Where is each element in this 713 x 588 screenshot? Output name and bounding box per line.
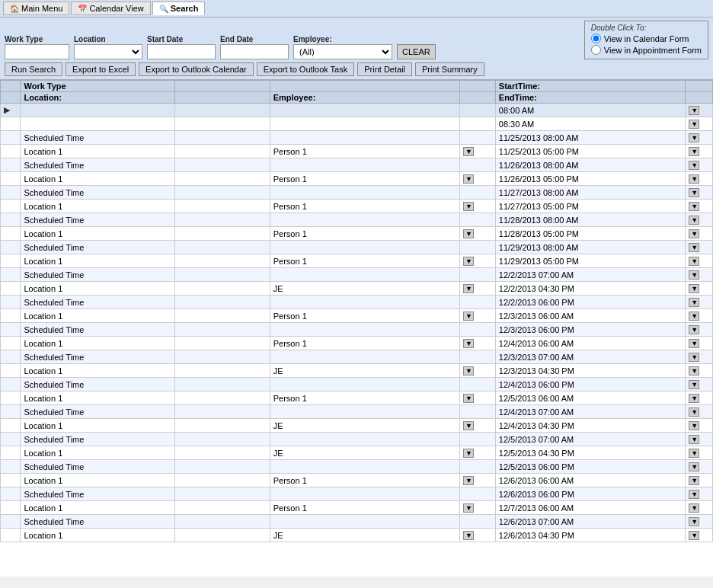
employee-dropdown-arrow[interactable]: ▼ [463, 339, 474, 348]
col4-dropdown[interactable]: ▼ [460, 282, 496, 296]
employee-dropdown-arrow[interactable]: ▼ [463, 202, 474, 211]
print-detail-button[interactable]: Print Detail [357, 62, 412, 76]
tab-search[interactable]: 🔍 Search [152, 2, 206, 15]
col4-dropdown[interactable]: ▼ [460, 474, 496, 487]
col4-dropdown[interactable]: ▼ [460, 529, 496, 542]
time-dropdown-arrow[interactable]: ▼ [689, 339, 699, 348]
time-dropdown-arrow-cell[interactable]: ▼ [686, 350, 713, 364]
employee-dropdown-arrow[interactable]: ▼ [463, 531, 474, 540]
work-type-input[interactable] [5, 44, 69, 59]
end-date-input[interactable] [220, 44, 289, 59]
employee-dropdown-arrow[interactable]: ▼ [463, 503, 474, 513]
employee-dropdown-arrow[interactable]: ▼ [463, 394, 474, 403]
time-dropdown-arrow-cell[interactable]: ▼ [686, 501, 713, 515]
time-dropdown-arrow[interactable]: ▼ [689, 435, 699, 444]
col4-dropdown[interactable]: ▼ [460, 364, 496, 378]
time-dropdown-arrow-cell[interactable]: ▼ [686, 213, 713, 227]
radio-appointment[interactable] [591, 45, 601, 55]
time-dropdown-arrow-cell[interactable]: ▼ [686, 186, 713, 200]
time-dropdown-arrow[interactable]: ▼ [689, 120, 699, 129]
time-dropdown-arrow-cell[interactable]: ▼ [686, 364, 713, 378]
time-dropdown-arrow-cell[interactable]: ▼ [686, 529, 713, 542]
employee-dropdown-arrow[interactable]: ▼ [463, 366, 474, 375]
time-dropdown-arrow-cell[interactable]: ▼ [686, 172, 713, 186]
time-dropdown-arrow[interactable]: ▼ [689, 517, 699, 526]
col4-dropdown[interactable]: ▼ [460, 391, 496, 405]
time-dropdown-arrow-cell[interactable]: ▼ [686, 104, 713, 117]
col4-dropdown[interactable]: ▼ [460, 501, 496, 515]
time-dropdown-arrow[interactable]: ▼ [689, 161, 699, 170]
clear-button[interactable]: CLEAR [397, 44, 436, 59]
time-dropdown-arrow-cell[interactable]: ▼ [686, 391, 713, 405]
time-dropdown-arrow[interactable]: ▼ [689, 421, 699, 430]
export-outlook-cal-button[interactable]: Export to Outlook Calendar [139, 62, 254, 76]
time-dropdown-arrow-cell[interactable]: ▼ [686, 282, 713, 296]
col4-dropdown[interactable]: ▼ [460, 227, 496, 241]
time-dropdown-arrow[interactable]: ▼ [689, 407, 699, 417]
employee-dropdown-arrow[interactable]: ▼ [463, 174, 474, 184]
time-dropdown-arrow-cell[interactable]: ▼ [686, 309, 713, 323]
employee-dropdown-arrow[interactable]: ▼ [463, 284, 474, 293]
radio-calendar-row[interactable]: View in Calendar Form [591, 34, 702, 43]
tab-main-menu[interactable]: 🏠 Main Menu [3, 2, 69, 15]
time-dropdown-arrow-cell[interactable]: ▼ [686, 474, 713, 487]
tab-calendar-view[interactable]: 📅 Calendar View [71, 2, 150, 15]
export-excel-button[interactable]: Export to Excel [66, 62, 136, 76]
time-dropdown-arrow-cell[interactable]: ▼ [686, 323, 713, 337]
run-search-button[interactable]: Run Search [5, 62, 62, 76]
time-dropdown-arrow[interactable]: ▼ [689, 147, 699, 156]
time-dropdown-arrow-cell[interactable]: ▼ [686, 460, 713, 474]
time-dropdown-arrow[interactable]: ▼ [689, 380, 699, 389]
time-dropdown-arrow-cell[interactable]: ▼ [686, 241, 713, 254]
time-dropdown-arrow-cell[interactable]: ▼ [686, 419, 713, 433]
col4-dropdown[interactable]: ▼ [460, 419, 496, 433]
time-dropdown-arrow[interactable]: ▼ [689, 202, 699, 211]
time-dropdown-arrow[interactable]: ▼ [689, 243, 699, 252]
location-select[interactable] [74, 44, 142, 59]
time-dropdown-arrow-cell[interactable]: ▼ [686, 446, 713, 460]
time-dropdown-arrow[interactable]: ▼ [689, 106, 699, 115]
employee-dropdown-arrow[interactable]: ▼ [463, 312, 474, 321]
employee-select[interactable]: (All) [293, 44, 392, 59]
time-dropdown-arrow[interactable]: ▼ [689, 298, 699, 307]
time-dropdown-arrow[interactable]: ▼ [689, 188, 699, 197]
time-dropdown-arrow[interactable]: ▼ [689, 366, 699, 375]
time-dropdown-arrow[interactable]: ▼ [689, 394, 699, 403]
col4-dropdown[interactable]: ▼ [460, 200, 496, 213]
time-dropdown-arrow[interactable]: ▼ [689, 257, 699, 266]
employee-dropdown-arrow[interactable]: ▼ [463, 147, 474, 156]
time-dropdown-arrow-cell[interactable]: ▼ [686, 254, 713, 268]
time-dropdown-arrow-cell[interactable]: ▼ [686, 227, 713, 241]
export-outlook-task-button[interactable]: Export to Outlook Task [257, 62, 354, 76]
time-dropdown-arrow-cell[interactable]: ▼ [686, 117, 713, 131]
time-dropdown-arrow[interactable]: ▼ [689, 216, 699, 225]
col4-dropdown[interactable]: ▼ [460, 446, 496, 460]
employee-dropdown-arrow[interactable]: ▼ [463, 449, 474, 458]
start-date-input[interactable] [147, 44, 216, 59]
radio-calendar[interactable] [591, 34, 601, 43]
time-dropdown-arrow-cell[interactable]: ▼ [686, 268, 713, 282]
employee-dropdown-arrow[interactable]: ▼ [463, 421, 474, 430]
col4-dropdown[interactable]: ▼ [460, 309, 496, 323]
col4-dropdown[interactable]: ▼ [460, 337, 496, 350]
time-dropdown-arrow[interactable]: ▼ [689, 503, 699, 513]
time-dropdown-arrow[interactable]: ▼ [689, 531, 699, 540]
col4-dropdown[interactable]: ▼ [460, 254, 496, 268]
time-dropdown-arrow[interactable]: ▼ [689, 174, 699, 184]
radio-appointment-row[interactable]: View in Appointment Form [591, 45, 702, 55]
time-dropdown-arrow[interactable]: ▼ [689, 284, 699, 293]
col4-dropdown[interactable]: ▼ [460, 172, 496, 186]
time-dropdown-arrow[interactable]: ▼ [689, 476, 699, 485]
time-dropdown-arrow-cell[interactable]: ▼ [686, 405, 713, 419]
time-dropdown-arrow[interactable]: ▼ [689, 462, 699, 471]
time-dropdown-arrow[interactable]: ▼ [689, 490, 699, 499]
time-dropdown-arrow-cell[interactable]: ▼ [686, 158, 713, 172]
time-dropdown-arrow[interactable]: ▼ [689, 325, 699, 334]
time-dropdown-arrow[interactable]: ▼ [689, 449, 699, 458]
time-dropdown-arrow-cell[interactable]: ▼ [686, 378, 713, 391]
col4-dropdown[interactable]: ▼ [460, 145, 496, 158]
time-dropdown-arrow-cell[interactable]: ▼ [686, 515, 713, 529]
employee-dropdown-arrow[interactable]: ▼ [463, 476, 474, 485]
time-dropdown-arrow-cell[interactable]: ▼ [686, 337, 713, 350]
employee-dropdown-arrow[interactable]: ▼ [463, 257, 474, 266]
